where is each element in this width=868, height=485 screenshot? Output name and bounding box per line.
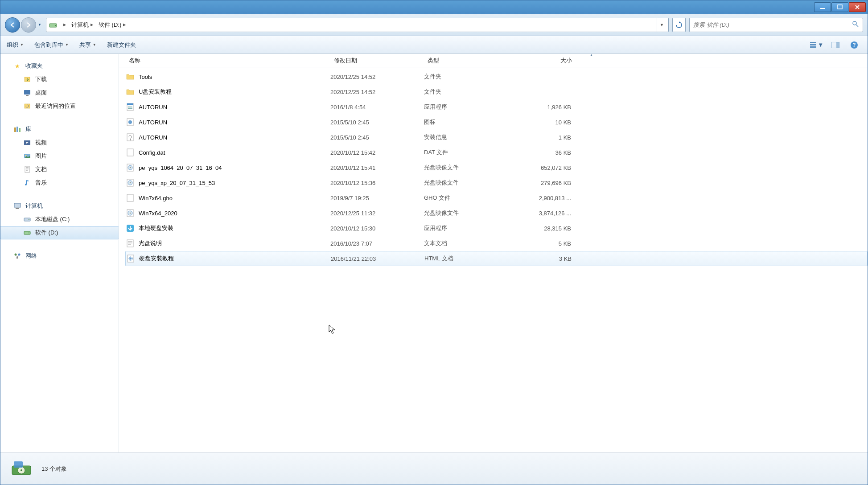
file-size: 3,874,126 ...	[518, 210, 576, 217]
breadcrumb-separator[interactable]: ▶	[59, 18, 69, 32]
share-menu[interactable]: 共享 ▼	[79, 41, 96, 49]
file-row[interactable]: Win7x64_20202020/12/25 11:32光盘映像文件3,874,…	[125, 206, 868, 221]
file-name: AUTORUN	[139, 119, 330, 126]
help-button[interactable]: ?	[847, 39, 861, 51]
file-size: 3 KB	[518, 255, 576, 262]
file-row[interactable]: AUTORUN2015/5/10 2:45安装信息1 KB	[125, 130, 868, 145]
file-type: 图标	[424, 118, 518, 126]
drive-icon	[48, 20, 58, 30]
column-header-size[interactable]: 大小	[518, 57, 576, 65]
file-type: 应用程序	[424, 224, 518, 232]
nav-history-dropdown[interactable]: ▼	[37, 21, 42, 29]
include-menu[interactable]: 包含到库中 ▼	[34, 41, 69, 49]
file-name: 光盘说明	[139, 239, 330, 247]
svg-rect-1	[838, 5, 842, 9]
search-box[interactable]	[689, 18, 863, 32]
search-icon	[852, 21, 859, 29]
file-name: AUTORUN	[139, 104, 330, 111]
sidebar-item-label: 文档	[35, 165, 47, 173]
file-date: 2019/9/7 19:25	[330, 195, 424, 201]
preview-pane-button[interactable]	[828, 39, 843, 51]
address-dropdown[interactable]: ▼	[657, 18, 666, 32]
sidebar-libraries-header[interactable]: 库	[0, 123, 119, 136]
organize-menu[interactable]: 组织 ▼	[7, 41, 24, 49]
breadcrumb-label: 软件 (D:)	[99, 21, 121, 29]
file-row[interactable]: Config.dat2020/10/12 15:42DAT 文件36 KB	[125, 145, 868, 160]
column-header-name[interactable]: 名称	[125, 57, 330, 65]
sidebar-item-music[interactable]: 音乐	[0, 176, 119, 189]
file-type: DAT 文件	[424, 148, 518, 156]
downloads-icon	[23, 75, 32, 84]
forward-button[interactable]	[21, 17, 36, 33]
svg-rect-7	[810, 46, 816, 48]
back-button[interactable]	[5, 17, 20, 33]
computer-icon	[13, 201, 22, 210]
sidebar-favorites-header[interactable]: ★ 收藏夹	[0, 59, 119, 73]
column-header-date[interactable]: 修改日期	[330, 57, 424, 65]
address-bar[interactable]: ▶ 计算机▶ 软件 (D:)▶ ▼	[46, 18, 669, 32]
sidebar-item-pictures[interactable]: 图片	[0, 149, 119, 163]
file-row[interactable]: Tools2020/12/25 14:52文件夹	[125, 69, 868, 84]
navigation-pane: ★ 收藏夹 下载 桌面 最近访问的位置	[0, 54, 119, 452]
sidebar-item-videos[interactable]: 视频	[0, 136, 119, 149]
file-date: 2020/10/12 15:42	[330, 149, 424, 156]
sidebar-item-documents[interactable]: 文档	[0, 163, 119, 176]
breadcrumb-drive[interactable]: 软件 (D:)▶	[96, 18, 128, 32]
file-row[interactable]: Win7x64.gho2019/9/7 19:25GHO 文件2,900,813…	[125, 190, 868, 206]
view-menu[interactable]: ▼	[810, 39, 824, 51]
file-row[interactable]: 本地硬盘安装2020/10/12 15:30应用程序28,315 KB	[125, 221, 868, 236]
sidebar-item-label: 图片	[35, 152, 47, 160]
sidebar-item-drive-d[interactable]: 软件 (D:)	[0, 226, 119, 239]
sidebar-item-desktop[interactable]: 桌面	[0, 86, 119, 99]
refresh-icon	[675, 21, 683, 29]
preview-pane-icon	[831, 42, 839, 48]
file-row[interactable]: pe_yqs_xp_20_07_31_15_532020/10/12 15:36…	[125, 175, 868, 190]
file-type: HTML 文档	[424, 255, 518, 263]
ico-icon	[125, 117, 135, 127]
sidebar-item-downloads[interactable]: 下载	[0, 73, 119, 86]
titlebar	[0, 0, 868, 14]
arrow-left-icon	[9, 21, 16, 29]
file-name: U盘安装教程	[139, 88, 330, 96]
exe-icon	[125, 102, 135, 112]
maximize-button[interactable]	[831, 2, 848, 12]
svg-rect-13	[24, 90, 30, 95]
svg-rect-19	[19, 128, 21, 132]
file-rows: Tools2020/12/25 14:52文件夹U盘安装教程2020/12/25…	[119, 67, 868, 452]
sidebar-computer-header[interactable]: 计算机	[0, 199, 119, 213]
svg-rect-5	[810, 42, 816, 43]
network-icon	[13, 251, 22, 260]
file-row[interactable]: pe_yqs_1064_20_07_31_16_042020/10/12 15:…	[125, 160, 868, 175]
sidebar-item-recent[interactable]: 最近访问的位置	[0, 99, 119, 113]
file-type: 光盘映像文件	[424, 209, 518, 217]
sidebar-item-drive-c[interactable]: 本地磁盘 (C:)	[0, 213, 119, 226]
svg-point-32	[18, 254, 21, 256]
svg-rect-18	[16, 127, 18, 132]
file-row[interactable]: AUTORUN2016/1/8 4:54应用程序1,926 KB	[125, 99, 868, 115]
drive-d-icon	[23, 228, 32, 237]
file-row[interactable]: 硬盘安装教程2016/11/21 22:03HTML 文档3 KB	[125, 251, 868, 266]
file-row[interactable]: 光盘说明2016/10/23 7:07文本文档5 KB	[125, 236, 868, 251]
file-row[interactable]: U盘安装教程2020/12/25 14:52文件夹	[125, 84, 868, 99]
svg-rect-9	[836, 42, 839, 48]
drive-status-icon	[9, 457, 33, 481]
column-header-type[interactable]: 类型	[424, 57, 518, 65]
minimize-button[interactable]	[814, 2, 831, 12]
dat-icon	[125, 148, 135, 157]
file-name: 硬盘安装教程	[139, 255, 331, 263]
refresh-button[interactable]	[672, 18, 686, 32]
drive-c-icon	[23, 215, 32, 224]
search-input[interactable]	[693, 21, 852, 28]
newfolder-button[interactable]: 新建文件夹	[107, 41, 136, 49]
sidebar-network-header[interactable]: 网络	[0, 249, 119, 263]
gho-icon	[125, 193, 135, 203]
file-size: 2,900,813 ...	[518, 195, 576, 201]
close-icon	[855, 4, 860, 10]
svg-rect-37	[128, 108, 132, 109]
close-button[interactable]	[849, 2, 866, 12]
file-date: 2020/10/12 15:30	[330, 225, 424, 232]
file-row[interactable]: AUTORUN2015/5/10 2:45图标10 KB	[125, 115, 868, 130]
file-date: 2016/11/21 22:03	[331, 255, 424, 262]
navigation-bar: ▼ ▶ 计算机▶ 软件 (D:)▶ ▼	[0, 14, 868, 36]
breadcrumb-computer[interactable]: 计算机▶	[69, 18, 96, 32]
